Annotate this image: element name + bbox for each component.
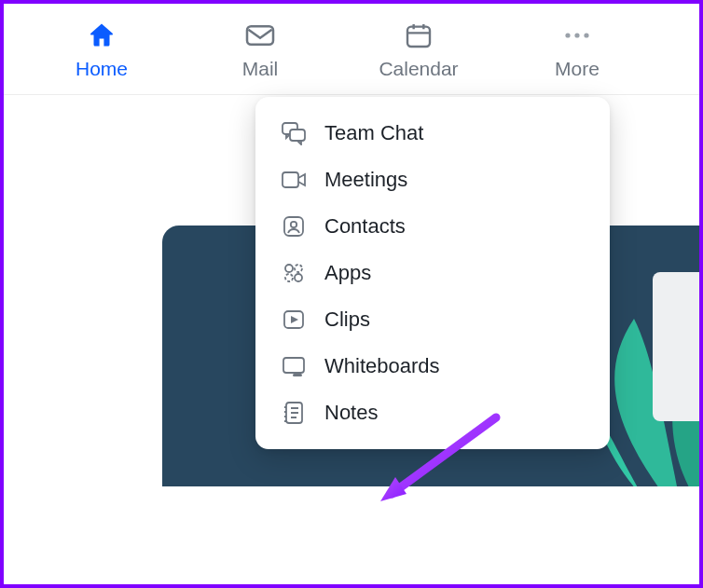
menu-item-apps[interactable]: Apps [265, 250, 600, 296]
menu-item-meetings[interactable]: Meetings [265, 157, 600, 203]
menu-item-label: Notes [324, 401, 378, 425]
svg-rect-8 [284, 217, 303, 236]
mail-icon [243, 19, 277, 52]
app-window: Home Mail Calendar More [0, 0, 703, 588]
menu-item-notes[interactable]: Notes [265, 390, 600, 436]
menu-item-label: Clips [324, 308, 370, 332]
nav-mail-label: Mail [242, 58, 279, 80]
menu-item-label: Contacts [324, 214, 406, 239]
svg-point-11 [295, 265, 302, 272]
svg-rect-6 [290, 130, 305, 141]
more-icon [560, 19, 594, 52]
nav-home[interactable]: Home [22, 13, 181, 80]
menu-item-label: Apps [324, 261, 371, 285]
nav-home-label: Home [76, 58, 128, 80]
svg-point-4 [584, 33, 588, 37]
contact-icon [280, 212, 308, 240]
svg-point-3 [574, 33, 579, 37]
content-area: Team Chat Meetings Contacts Apps [4, 95, 699, 584]
apps-icon [280, 259, 308, 287]
clips-icon [280, 306, 308, 334]
menu-item-team-chat[interactable]: Team Chat [265, 110, 600, 157]
menu-item-clips[interactable]: Clips [265, 296, 600, 343]
calendar-icon [402, 19, 435, 52]
notes-icon [280, 399, 308, 427]
nav-calendar-label: Calendar [379, 58, 458, 80]
svg-rect-16 [293, 374, 302, 376]
svg-rect-0 [247, 26, 273, 45]
home-icon [85, 19, 118, 52]
chat-icon [280, 119, 308, 147]
menu-item-label: Whiteboards [324, 354, 440, 378]
nav-more-label: More [555, 58, 600, 80]
whiteboard-icon [280, 352, 308, 380]
svg-point-10 [285, 265, 293, 272]
svg-rect-7 [283, 172, 298, 187]
svg-rect-1 [407, 27, 430, 47]
svg-rect-15 [283, 358, 304, 373]
nav-more[interactable]: More [498, 13, 656, 80]
video-icon [280, 166, 308, 194]
svg-point-9 [291, 222, 296, 227]
menu-item-contacts[interactable]: Contacts [265, 203, 600, 250]
menu-item-label: Team Chat [324, 121, 423, 145]
svg-point-2 [565, 33, 570, 37]
more-menu: Team Chat Meetings Contacts Apps [255, 97, 610, 449]
svg-point-12 [285, 274, 293, 281]
menu-item-label: Meetings [324, 168, 407, 192]
top-nav: Home Mail Calendar More [4, 4, 699, 95]
svg-point-13 [295, 274, 302, 281]
pot-graphic [653, 272, 699, 421]
nav-mail[interactable]: Mail [181, 13, 339, 80]
nav-calendar[interactable]: Calendar [339, 13, 498, 80]
menu-item-whiteboards[interactable]: Whiteboards [265, 343, 600, 390]
